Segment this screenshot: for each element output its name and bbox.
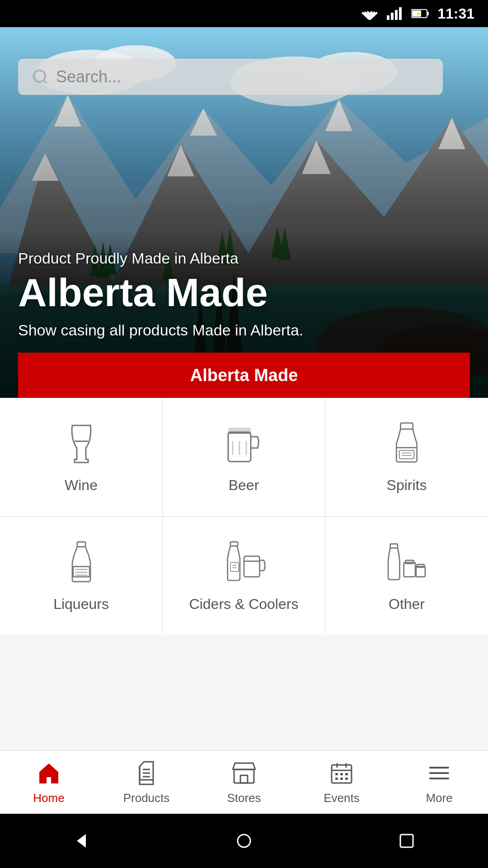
svg-rect-54 <box>399 450 414 458</box>
hero-title: Alberta Made <box>18 273 470 312</box>
back-icon <box>72 832 90 850</box>
search-bar-container <box>18 59 443 95</box>
category-liqueurs[interactable]: Liqueurs <box>0 517 163 635</box>
svg-rect-57 <box>77 542 85 547</box>
events-icon <box>328 760 355 787</box>
svg-rect-4 <box>387 15 389 20</box>
bottom-nav: Home Products Stores <box>0 750 488 814</box>
nav-home[interactable]: Home <box>0 753 98 811</box>
wifi-icon <box>361 7 379 20</box>
other-label: Other <box>389 596 425 613</box>
home-icon <box>35 760 62 787</box>
svg-rect-84 <box>340 773 343 775</box>
svg-rect-83 <box>335 773 338 775</box>
beer-label: Beer <box>229 477 259 494</box>
android-home-button[interactable] <box>226 823 262 859</box>
svg-point-3 <box>368 17 371 19</box>
svg-rect-94 <box>400 835 413 847</box>
hero-section: Product Proudly Made in Alberta Alberta … <box>0 27 488 398</box>
recents-icon <box>399 833 415 849</box>
nav-events[interactable]: Events <box>293 753 390 811</box>
svg-rect-47 <box>228 428 251 433</box>
nav-events-label: Events <box>324 791 360 805</box>
circle-home-icon <box>236 833 252 849</box>
alberta-made-button[interactable]: Alberta Made <box>18 353 470 398</box>
svg-rect-69 <box>404 562 415 577</box>
android-back-button[interactable] <box>63 823 99 859</box>
svg-rect-5 <box>391 13 394 20</box>
hero-subtitle: Product Proudly Made in Alberta <box>18 250 470 267</box>
nav-products[interactable]: Products <box>98 753 195 811</box>
svg-rect-86 <box>335 778 338 780</box>
svg-rect-88 <box>345 778 348 780</box>
nav-stores[interactable]: Stores <box>195 753 293 811</box>
svg-rect-78 <box>240 775 248 783</box>
status-icons: ⚡ 11:31 <box>361 5 474 22</box>
search-icon <box>32 68 49 85</box>
svg-rect-62 <box>230 542 238 546</box>
beer-mug-icon <box>221 421 267 466</box>
stores-icon <box>230 760 258 787</box>
svg-rect-52 <box>400 423 413 429</box>
spirits-bottle-icon <box>384 421 429 466</box>
svg-rect-76 <box>234 769 254 783</box>
category-grid: Wine Beer Spirits <box>0 398 488 635</box>
liqueur-bottle-icon <box>59 540 104 585</box>
svg-rect-9 <box>427 12 429 15</box>
svg-marker-92 <box>77 834 86 848</box>
status-time: 11:31 <box>437 5 474 22</box>
hero-overlay: Product Proudly Made in Alberta Alberta … <box>0 231 488 398</box>
ciders-coolers-label: Ciders & Coolers <box>189 596 299 613</box>
nav-products-label: Products <box>123 791 170 805</box>
wine-glass-icon <box>59 421 104 466</box>
category-ciders-coolers[interactable]: Ciders & Coolers <box>163 517 325 635</box>
svg-rect-63 <box>244 556 260 576</box>
category-spirits[interactable]: Spirits <box>325 398 488 517</box>
android-nav-bar <box>0 814 488 868</box>
nav-home-label: Home <box>33 791 64 805</box>
svg-point-43 <box>34 71 45 82</box>
category-beer[interactable]: Beer <box>163 398 325 517</box>
svg-rect-68 <box>390 544 398 548</box>
signal-icon <box>387 7 403 20</box>
hero-description: Show casing all products Made in Alberta… <box>18 321 470 339</box>
category-wine[interactable]: Wine <box>0 398 163 517</box>
android-recents-button[interactable] <box>389 823 425 859</box>
search-bar[interactable] <box>18 59 443 95</box>
nav-more[interactable]: More <box>390 753 488 811</box>
category-other[interactable]: Other <box>325 517 488 635</box>
svg-rect-85 <box>345 773 348 775</box>
svg-point-93 <box>238 835 250 847</box>
spirits-label: Spirits <box>387 477 427 494</box>
svg-rect-6 <box>395 10 398 20</box>
nav-stores-label: Stores <box>227 791 261 805</box>
wine-label: Wine <box>65 477 98 494</box>
cider-bottle-icon <box>221 540 267 585</box>
other-icon <box>384 540 429 585</box>
liqueurs-label: Liqueurs <box>53 596 109 613</box>
battery-icon: ⚡ <box>411 8 429 19</box>
status-bar: ⚡ 11:31 <box>0 0 488 27</box>
svg-rect-65 <box>230 562 239 571</box>
nav-more-label: More <box>426 791 452 805</box>
svg-rect-71 <box>416 566 425 577</box>
products-icon <box>133 760 160 787</box>
more-icon <box>426 760 453 787</box>
search-input[interactable] <box>56 67 429 86</box>
svg-line-44 <box>43 80 47 83</box>
svg-rect-7 <box>399 7 402 20</box>
svg-rect-87 <box>340 778 343 780</box>
svg-text:⚡: ⚡ <box>416 11 422 17</box>
